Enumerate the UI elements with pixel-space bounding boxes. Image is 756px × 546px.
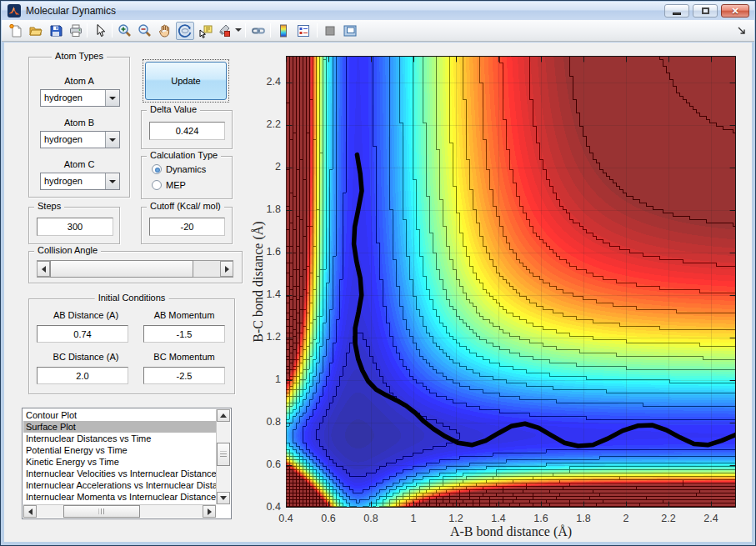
- plot-type-listbox[interactable]: Contour Plot Surface Plot Internuclear D…: [22, 408, 232, 519]
- data-cursor-icon: [198, 23, 213, 38]
- atom-b-select[interactable]: hydrogen: [40, 131, 120, 148]
- toolbar-separator: [112, 23, 113, 38]
- list-item[interactable]: Surface Plot: [23, 421, 216, 433]
- minimize-button[interactable]: [664, 4, 689, 18]
- y-tick-label: 1.8: [267, 203, 281, 215]
- cutoff-input[interactable]: [149, 218, 225, 236]
- atom-a-dropdown-icon[interactable]: [105, 90, 119, 106]
- close-button[interactable]: ✕: [721, 4, 749, 18]
- x-tick-label: 0.4: [278, 513, 293, 524]
- x-tick-label: 2.4: [703, 513, 718, 524]
- x-tick-label: 1.2: [448, 513, 463, 524]
- update-button-focus-ring: Update: [143, 59, 229, 103]
- bc-momentum-input[interactable]: [143, 367, 225, 384]
- link-plots-button[interactable]: [249, 22, 268, 40]
- titlebar[interactable]: Molecular Dynamics ✕: [2, 2, 754, 20]
- toolbar-overflow-icon: [737, 26, 747, 36]
- radio-dynamics[interactable]: Dynamics: [152, 164, 206, 174]
- atom-a-select[interactable]: hydrogen: [40, 89, 120, 107]
- update-button[interactable]: Update: [145, 62, 227, 100]
- atom-b-value: hydrogen: [44, 134, 83, 144]
- ab-distance-input[interactable]: [37, 325, 128, 343]
- slider-thumb[interactable]: [50, 260, 193, 278]
- list-item[interactable]: Internuclear Distances vs Time: [23, 433, 216, 444]
- zoom-out-button[interactable]: [136, 22, 154, 40]
- scroll-right-arrow[interactable]: [203, 505, 216, 518]
- insert-colorbar-button[interactable]: [274, 22, 293, 40]
- atom-c-dropdown-icon[interactable]: [105, 173, 119, 189]
- show-plot-tools-button[interactable]: [341, 22, 359, 40]
- y-axis-label: B-C bond distance (Å): [251, 221, 266, 342]
- list-item[interactable]: Contour Plot: [23, 409, 216, 421]
- atom-c-value: hydrogen: [44, 176, 83, 186]
- collision-angle-panel: Collision Angle: [28, 251, 243, 283]
- vertical-scroll-thumb[interactable]: [217, 443, 230, 466]
- new-file-button[interactable]: [7, 22, 25, 40]
- scroll-left-arrow[interactable]: [23, 505, 37, 518]
- collision-angle-title: Collision Angle: [34, 245, 101, 255]
- brush-tool-button[interactable]: [215, 22, 233, 40]
- hide-plot-tools-button[interactable]: [321, 22, 339, 40]
- data-cursor-button[interactable]: [197, 22, 215, 40]
- insert-legend-button[interactable]: [294, 22, 313, 40]
- atom-c-label: Atom C: [64, 159, 95, 169]
- x-tick-label: 1.8: [576, 513, 590, 524]
- rotate-3d-icon: [178, 23, 193, 38]
- matlab-figure-window: Molecular Dynamics ✕: [0, 0, 756, 546]
- listbox-horizontal-scrollbar[interactable]: [23, 504, 216, 518]
- calculation-type-title: Calculation Type: [147, 150, 221, 160]
- delta-value-panel: Delta Value: [141, 110, 233, 149]
- slider-left-arrow[interactable]: [37, 261, 50, 277]
- y-tick-label: 2.2: [267, 118, 281, 130]
- pan-tool-button[interactable]: [156, 22, 174, 40]
- list-item[interactable]: Internuclear Momenta vs Internuclear Dis…: [23, 491, 216, 503]
- collision-angle-slider[interactable]: [37, 260, 233, 278]
- pan-hand-icon: [158, 23, 173, 38]
- ab-momentum-label: AB Momentum: [154, 310, 215, 320]
- rotate-3d-button[interactable]: [176, 22, 194, 40]
- listbox-vertical-scrollbar[interactable]: [216, 409, 230, 504]
- toolbar-overflow-button[interactable]: [733, 22, 751, 40]
- brush-dropdown-icon[interactable]: [235, 28, 242, 32]
- list-item[interactable]: Kinetic Energy vs Time: [23, 456, 216, 468]
- ab-distance-label: AB Distance (A): [53, 310, 118, 320]
- save-button[interactable]: [47, 22, 65, 40]
- atom-types-panel: Atom Types Atom A hydrogen Atom B hydrog…: [28, 57, 130, 198]
- zoom-in-button[interactable]: [116, 22, 134, 40]
- pes-contour-plot[interactable]: [286, 56, 736, 508]
- scroll-up-arrow[interactable]: [217, 409, 230, 422]
- print-icon: [68, 23, 83, 38]
- delta-value-input[interactable]: [149, 122, 225, 140]
- list-item[interactable]: Internuclear Velocities vs Internuclear …: [23, 468, 216, 479]
- steps-input[interactable]: [37, 218, 113, 236]
- pointer-icon: [93, 23, 108, 38]
- y-tick-label: 1.6: [267, 246, 281, 258]
- ab-momentum-input[interactable]: [143, 325, 225, 343]
- link-icon: [251, 23, 266, 38]
- x-tick-label: 0.6: [321, 513, 335, 524]
- list-item[interactable]: Potential Energy vs Time: [23, 444, 216, 456]
- scroll-down-arrow[interactable]: [217, 492, 230, 504]
- atom-c-select[interactable]: hydrogen: [40, 173, 120, 190]
- initial-conditions-title: Initial Conditions: [95, 293, 169, 303]
- maximize-button[interactable]: [693, 4, 718, 18]
- show-plot-tools-icon: [343, 23, 358, 38]
- x-tick-label: 2: [623, 513, 628, 524]
- radio-mep[interactable]: MEP: [152, 180, 186, 190]
- atom-b-dropdown-icon[interactable]: [105, 132, 119, 148]
- steps-title: Steps: [34, 201, 64, 211]
- calculation-type-panel: Calculation Type Dynamics MEP: [141, 156, 233, 199]
- maximize-icon: [702, 8, 709, 14]
- toolbar-separator: [317, 23, 318, 38]
- list-item[interactable]: Internuclear Accelerations vs Internucle…: [23, 479, 216, 491]
- open-file-button[interactable]: [27, 22, 45, 40]
- colorbar-icon: [276, 23, 291, 38]
- slider-right-arrow[interactable]: [220, 261, 233, 277]
- pointer-tool-button[interactable]: [91, 22, 109, 40]
- y-tick-label: 0.4: [267, 501, 281, 513]
- bc-distance-input[interactable]: [37, 367, 128, 384]
- toolbar: [2, 20, 754, 42]
- print-button[interactable]: [67, 22, 85, 40]
- y-tick-label: 0.8: [267, 416, 281, 428]
- horizontal-scroll-thumb[interactable]: [63, 505, 140, 518]
